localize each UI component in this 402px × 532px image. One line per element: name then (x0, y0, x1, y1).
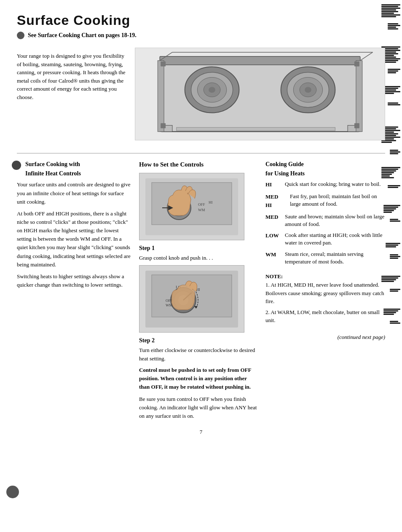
section-divider (17, 153, 385, 153)
left-col-heading: Surface Cooking with Infinite Heat Contr… (25, 160, 131, 178)
cg-desc-hi: Quick start for cooking; bring water to … (285, 180, 381, 188)
svg-rect-14 (177, 127, 335, 131)
see-chart-text: See Surface Cooking Chart on pages 18-19… (28, 32, 137, 39)
cooking-guide-heading: Cooking Guide for Using Heats (265, 160, 385, 178)
cg-desc-medhi: Fast fry, pan broil; maintain fast boil … (290, 193, 385, 208)
cg-label-hi: HI (265, 180, 281, 189)
step1-text: Grasp contol knob and push in. . . (139, 254, 257, 262)
middle-column: How to Set the Controls (139, 160, 257, 420)
left-side-bullet (12, 161, 21, 170)
right-column: Cooking Guide for Using Heats HI Quick s… (265, 160, 385, 420)
left-col-para2: At both OFF and HIGH positions, there is… (17, 210, 131, 269)
bottom-bullet-icon (6, 486, 19, 498)
see-chart-section: See Surface Cooking Chart on pages 18-19… (17, 32, 385, 39)
step1-label: Step 1 (139, 244, 257, 253)
svg-rect-16 (356, 61, 362, 132)
step2-image: OFF WM LO MED HI (139, 265, 244, 333)
left-col-para1: Your surface units and controls are desi… (17, 180, 131, 206)
page: Surface Cooking See Surface Cooking Char… (0, 0, 402, 532)
left-col-para3: Switching heats to higher settings alway… (17, 272, 131, 289)
note1-text: 1. At HIGH, MED HI, never leave food una… (265, 281, 385, 306)
bullet-icon (17, 32, 24, 39)
page-title: Surface Cooking (17, 13, 385, 28)
stovetop-svg (135, 48, 385, 140)
svg-text:OFF: OFF (198, 202, 205, 207)
cooking-guide-row-medhi: MEDHI Fast fry, pan broil; maintain fast… (265, 193, 385, 210)
step2-illustration: OFF WM LO MED HI (141, 266, 242, 332)
svg-text:WM: WM (198, 208, 205, 212)
cg-desc-wm: Steam rice, cereal; maintain serving tem… (285, 250, 385, 266)
top-section: Your range top is designed to give you f… (17, 48, 385, 140)
note-title: NOTE: (265, 272, 385, 281)
svg-rect-18 (354, 62, 359, 67)
svg-point-13 (305, 87, 311, 93)
note-section: NOTE: 1. At HIGH, MED HI, never leave fo… (265, 272, 385, 325)
step1-illustration: OFF WM HI (141, 174, 242, 239)
cooking-guide-row-med: MED Saute and brown; maintain slow boil … (265, 213, 385, 228)
safety-text: Be sure you turn control to OFF when you… (139, 395, 257, 420)
cg-label-med: MED (265, 213, 281, 221)
page-number: 7 (17, 429, 385, 435)
left-column: Surface Cooking with Infinite Heat Contr… (17, 160, 131, 420)
cooking-guide-row-hi: HI Quick start for cooking; bring water … (265, 180, 385, 189)
cooking-guide-table: HI Quick start for cooking; bring water … (265, 180, 385, 266)
continued-text: (continued next page) (265, 333, 385, 341)
svg-rect-1 (160, 56, 360, 65)
svg-text:HI: HI (209, 200, 213, 204)
svg-rect-17 (161, 62, 166, 67)
three-col-section: Surface Cooking with Infinite Heat Contr… (17, 160, 385, 420)
cg-label-medhi: MEDHI (265, 193, 287, 210)
svg-rect-15 (158, 61, 164, 132)
stovetop-image (135, 48, 385, 140)
svg-point-8 (209, 87, 215, 93)
svg-rect-20 (354, 123, 359, 128)
cg-desc-low: Cook after starting at HIGH; cook with l… (285, 231, 385, 247)
step2-text: Turn either clockwise or counterclockwis… (139, 346, 257, 363)
cooking-guide-row-low: LOW Cook after starting at HIGH; cook wi… (265, 231, 385, 247)
svg-text:WM: WM (166, 303, 173, 307)
intro-text: Your range top is designed to give you f… (17, 48, 126, 140)
svg-line-22 (360, 52, 373, 61)
svg-rect-19 (161, 123, 166, 128)
step2-label: Step 2 (139, 336, 257, 345)
note2-text: 2. At WARM, LOW, melt chocolate, butter … (265, 308, 385, 325)
step1-image: OFF WM HI (139, 173, 244, 240)
cg-label-low: LOW (265, 231, 281, 240)
control-bold-note: Control must be pushed in to set only fr… (139, 366, 257, 391)
cg-desc-med: Saute and brown; maintain slow boil on l… (285, 213, 385, 228)
cg-label-wm: WM (265, 250, 281, 259)
cooking-guide-row-wm: WM Steam rice, cereal; maintain serving … (265, 250, 385, 266)
how-to-heading: How to Set the Controls (139, 160, 257, 169)
